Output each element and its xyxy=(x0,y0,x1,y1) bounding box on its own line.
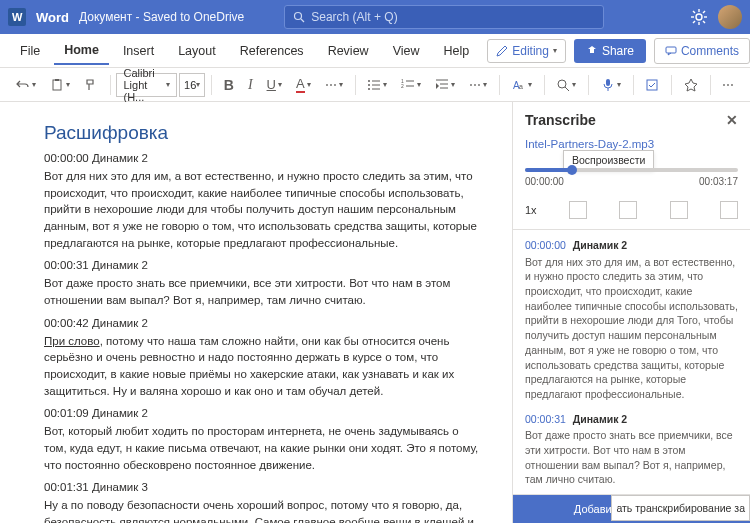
svg-line-12 xyxy=(703,11,705,13)
more-para-button[interactable]: ⋯▾ xyxy=(463,74,493,96)
svg-point-31 xyxy=(558,80,566,88)
restart-transcribe-button[interactable]: ать транскрибирование за xyxy=(611,495,750,521)
comments-button[interactable]: Comments xyxy=(654,38,750,64)
tab-view[interactable]: View xyxy=(383,38,430,64)
segment-time: 00:00:00 xyxy=(525,239,566,251)
svg-rect-33 xyxy=(606,79,610,86)
svg-rect-15 xyxy=(55,79,59,81)
pane-title: Transcribe xyxy=(525,112,596,128)
search-box[interactable]: Search (Alt + Q) xyxy=(284,5,604,29)
chevron-down-icon: ▾ xyxy=(553,46,557,55)
segment-text: Вот для них это для им, а вот естественн… xyxy=(525,255,738,402)
title-bar: W Word Документ - Saved to OneDrive Sear… xyxy=(0,0,750,34)
paragraph: Вот для них это для им, а вот естественн… xyxy=(44,168,484,251)
progress-track[interactable] xyxy=(525,168,738,172)
svg-line-3 xyxy=(301,19,304,22)
segment-speaker: Динамик 2 xyxy=(573,239,627,251)
styles-button[interactable]: Aa▾ xyxy=(506,74,538,96)
tab-insert[interactable]: Insert xyxy=(113,38,164,64)
designer-button[interactable] xyxy=(678,74,704,96)
paragraph: При слово, потому что наша там сложно на… xyxy=(44,333,484,400)
volume-button[interactable] xyxy=(720,201,738,219)
transcript-segment[interactable]: 00:00:31 Динамик 2Вот даже просто знать … xyxy=(525,412,738,487)
svg-line-11 xyxy=(693,21,695,23)
close-pane-button[interactable]: ✕ xyxy=(726,112,738,128)
indent-button[interactable]: ▾ xyxy=(429,74,461,96)
rewind-button[interactable] xyxy=(569,201,587,219)
more-font-button[interactable]: ⋯▾ xyxy=(319,74,349,96)
settings-icon[interactable] xyxy=(690,8,708,26)
document-heading: Расшифровка xyxy=(44,122,512,144)
italic-button[interactable]: I xyxy=(242,73,259,97)
svg-point-2 xyxy=(295,13,302,20)
bullets-button[interactable]: ▾ xyxy=(361,74,393,96)
find-button[interactable]: ▾ xyxy=(550,74,582,96)
svg-text:a: a xyxy=(519,83,523,90)
forward-button[interactable] xyxy=(670,201,688,219)
tab-layout[interactable]: Layout xyxy=(168,38,226,64)
svg-line-10 xyxy=(703,21,705,23)
segment-speaker: Динамик 2 xyxy=(573,413,627,425)
audio-player: Воспроизвести 00:00:00 00:03:17 xyxy=(513,156,750,195)
segment-text: Вот даже просто знать все приемчики, все… xyxy=(525,428,738,487)
format-painter-button[interactable] xyxy=(78,74,104,96)
share-button[interactable]: Share xyxy=(574,39,646,63)
document-title[interactable]: Документ - Saved to OneDrive xyxy=(79,10,244,24)
play-button[interactable] xyxy=(619,201,637,219)
transcript-list[interactable]: 00:00:00 Динамик 2Вот для них это для им… xyxy=(513,230,750,494)
font-family-select[interactable]: Calibri Light (H...▾ xyxy=(116,73,177,97)
editor-button[interactable] xyxy=(639,74,665,96)
time-current: 00:00:00 xyxy=(525,176,564,187)
svg-point-17 xyxy=(368,84,370,86)
playback-speed[interactable]: 1x xyxy=(525,204,537,216)
tab-references[interactable]: References xyxy=(230,38,314,64)
play-tooltip: Воспроизвести xyxy=(563,150,654,170)
tab-help[interactable]: Help xyxy=(434,38,480,64)
tab-file[interactable]: File xyxy=(10,38,50,64)
svg-line-9 xyxy=(693,11,695,13)
timestamp-line: 00:01:09 Динамик 2 xyxy=(44,407,512,419)
search-placeholder: Search (Alt + Q) xyxy=(311,10,397,24)
formatting-toolbar: ▾ ▾ Calibri Light (H...▾ 16▾ B I U▾ A▾ ⋯… xyxy=(0,68,750,102)
bold-button[interactable]: B xyxy=(218,73,240,97)
svg-rect-13 xyxy=(666,47,676,53)
overflow-button[interactable]: ⋯ xyxy=(716,74,740,96)
svg-line-32 xyxy=(565,87,569,91)
document-canvas[interactable]: Расшифровка 00:00:00 Динамик 2Вот для ни… xyxy=(0,102,512,523)
ribbon-tabs: File Home Insert Layout References Revie… xyxy=(0,34,750,68)
time-total: 00:03:17 xyxy=(699,176,738,187)
svg-point-16 xyxy=(368,80,370,82)
dictate-button[interactable]: ▾ xyxy=(595,74,627,96)
undo-button[interactable]: ▾ xyxy=(10,74,42,96)
pencil-icon xyxy=(496,45,508,57)
timestamp-line: 00:00:42 Динамик 2 xyxy=(44,317,512,329)
comment-icon xyxy=(665,45,677,57)
svg-rect-34 xyxy=(647,80,657,90)
segment-time: 00:00:31 xyxy=(525,413,566,425)
paragraph: Вот, который любит ходить по просторам и… xyxy=(44,423,484,473)
progress-handle[interactable] xyxy=(567,165,577,175)
transcript-segment[interactable]: 00:00:00 Динамик 2Вот для них это для им… xyxy=(525,238,738,402)
timestamp-line: 00:00:00 Динамик 2 xyxy=(44,152,512,164)
paragraph: Ну а по поводу безопасности очень хороши… xyxy=(44,497,484,523)
svg-text:W: W xyxy=(12,11,23,23)
svg-point-18 xyxy=(368,88,370,90)
user-avatar[interactable] xyxy=(718,5,742,29)
svg-text:2: 2 xyxy=(401,83,404,89)
transcribe-pane: Transcribe ✕ Intel-Partners-Day-2.mp3 Во… xyxy=(512,102,750,523)
app-name: Word xyxy=(36,10,69,25)
clipboard-button[interactable]: ▾ xyxy=(44,74,76,96)
editing-mode-button[interactable]: Editing ▾ xyxy=(487,39,566,63)
tab-home[interactable]: Home xyxy=(54,37,109,65)
font-size-select[interactable]: 16▾ xyxy=(179,73,205,97)
timestamp-line: 00:00:31 Динамик 2 xyxy=(44,259,512,271)
svg-rect-14 xyxy=(53,80,61,90)
word-app-icon: W xyxy=(8,8,26,26)
search-icon xyxy=(293,11,305,23)
underline-button[interactable]: U▾ xyxy=(261,73,288,96)
font-color-button[interactable]: A▾ xyxy=(290,72,317,97)
numbering-button[interactable]: 12▾ xyxy=(395,74,427,96)
timestamp-line: 00:01:31 Динамик 3 xyxy=(44,481,512,493)
share-icon xyxy=(586,45,598,57)
tab-review[interactable]: Review xyxy=(318,38,379,64)
